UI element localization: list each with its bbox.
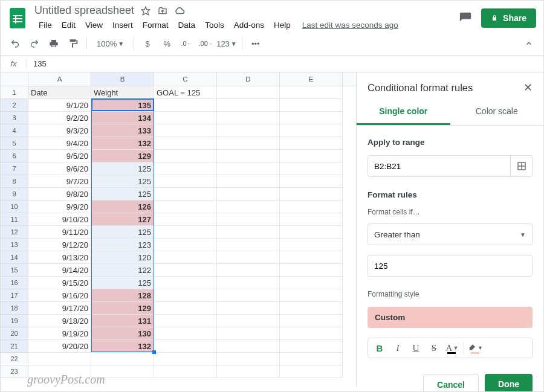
number-format-select[interactable]: 123▼ (216, 36, 237, 51)
cell-weight[interactable]: 134 (91, 112, 154, 124)
select-all-cell[interactable] (1, 72, 28, 86)
cell[interactable] (280, 226, 343, 239)
cell-date[interactable]: 9/16/20 (28, 289, 91, 302)
menu-tools[interactable]: Tools (201, 18, 228, 32)
move-icon[interactable] (157, 5, 168, 16)
cell[interactable] (280, 162, 343, 175)
style-preview[interactable]: Custom (368, 307, 533, 328)
cell[interactable] (154, 264, 217, 277)
cell[interactable] (280, 264, 343, 277)
cell[interactable] (280, 124, 343, 137)
row-header[interactable]: 19 (1, 315, 28, 327)
cell-date[interactable]: 9/5/20 (28, 150, 91, 162)
fx-label[interactable]: fx (1, 59, 27, 68)
cell[interactable] (280, 365, 343, 378)
row-header[interactable]: 4 (1, 124, 28, 137)
cell-date[interactable]: 9/9/20 (28, 201, 91, 213)
cell[interactable] (154, 226, 217, 239)
cell-weight[interactable]: 125 (91, 162, 154, 175)
cell[interactable] (154, 201, 217, 213)
cell[interactable] (154, 289, 217, 302)
row-header[interactable]: 1 (1, 86, 28, 99)
row-header[interactable]: 12 (1, 226, 28, 239)
cell[interactable] (280, 112, 343, 124)
condition-value-input[interactable] (368, 255, 533, 277)
row-header[interactable]: 10 (1, 201, 28, 213)
cell-date[interactable]: 9/20/20 (28, 340, 91, 353)
cell-weight[interactable]: 127 (91, 213, 154, 226)
cell[interactable] (280, 315, 343, 327)
range-input[interactable] (368, 162, 510, 171)
cell[interactable] (154, 302, 217, 315)
bold-button[interactable]: B (372, 341, 387, 355)
paint-format-button[interactable] (65, 36, 82, 51)
cell-weight[interactable]: 135 (91, 99, 154, 112)
cell[interactable] (280, 340, 343, 353)
cell[interactable] (217, 327, 280, 340)
cell-date[interactable]: 9/3/20 (28, 124, 91, 137)
cell[interactable] (217, 86, 280, 99)
cell[interactable] (280, 289, 343, 302)
cell[interactable] (154, 99, 217, 112)
cell[interactable] (280, 137, 343, 150)
cell[interactable] (217, 340, 280, 353)
cell[interactable] (154, 162, 217, 175)
cell[interactable] (154, 175, 217, 188)
undo-button[interactable] (7, 36, 24, 51)
cell[interactable] (217, 162, 280, 175)
cell[interactable] (217, 124, 280, 137)
cell-weight[interactable]: 129 (91, 150, 154, 162)
cell[interactable] (217, 315, 280, 327)
cell[interactable] (280, 353, 343, 365)
cell[interactable] (154, 365, 217, 378)
row-header[interactable]: 6 (1, 150, 28, 162)
cell[interactable] (154, 239, 217, 251)
done-button[interactable]: Done (485, 374, 533, 392)
strikethrough-button[interactable]: S (426, 341, 442, 355)
cell[interactable] (154, 213, 217, 226)
spreadsheet-grid[interactable]: ABCDE 1DateWeightGOAL = 12529/1/2013539/… (1, 72, 356, 386)
cell[interactable] (217, 188, 280, 201)
cell-weight[interactable]: 131 (91, 315, 154, 327)
zoom-select[interactable]: 100%▼ (92, 39, 129, 48)
cell-date[interactable]: 9/13/20 (28, 251, 91, 264)
cell[interactable] (217, 137, 280, 150)
column-header-C[interactable]: C (154, 72, 217, 86)
formula-input[interactable]: 135 (27, 59, 47, 68)
text-color-button[interactable]: A▼ (444, 341, 460, 355)
percent-button[interactable]: % (158, 36, 175, 51)
cell[interactable] (217, 302, 280, 315)
cell[interactable] (280, 213, 343, 226)
cell-weight[interactable]: 120 (91, 251, 154, 264)
row-header[interactable]: 8 (1, 175, 28, 188)
cell-weight[interactable]: 123 (91, 239, 154, 251)
row-header[interactable]: 18 (1, 302, 28, 315)
tab-color-scale[interactable]: Color scale (450, 99, 544, 125)
cell-goal[interactable]: GOAL = 125 (154, 86, 217, 99)
cell[interactable] (154, 251, 217, 264)
row-header[interactable]: 7 (1, 162, 28, 175)
row-header[interactable]: 11 (1, 213, 28, 226)
cell[interactable] (217, 112, 280, 124)
cell-date[interactable]: 9/8/20 (28, 188, 91, 201)
cell-date[interactable]: 9/14/20 (28, 264, 91, 277)
cell[interactable] (280, 327, 343, 340)
cell[interactable] (217, 226, 280, 239)
collapse-toolbar-button[interactable] (520, 36, 537, 51)
cell-date-header[interactable]: Date (28, 86, 91, 99)
column-header-A[interactable]: A (28, 72, 91, 86)
cell-date[interactable]: 9/18/20 (28, 315, 91, 327)
row-header[interactable]: 17 (1, 289, 28, 302)
condition-select[interactable]: Greater than ▼ (368, 223, 533, 245)
cancel-button[interactable]: Cancel (423, 374, 479, 392)
row-header[interactable]: 3 (1, 112, 28, 124)
select-range-icon[interactable] (510, 155, 532, 177)
cell[interactable] (217, 99, 280, 112)
currency-button[interactable]: $ (139, 36, 156, 51)
fill-color-button[interactable]: ▼ (468, 341, 484, 355)
cell[interactable] (28, 365, 91, 378)
cell-weight[interactable]: 130 (91, 327, 154, 340)
row-header[interactable]: 9 (1, 188, 28, 201)
cell[interactable] (280, 201, 343, 213)
cell[interactable] (154, 327, 217, 340)
